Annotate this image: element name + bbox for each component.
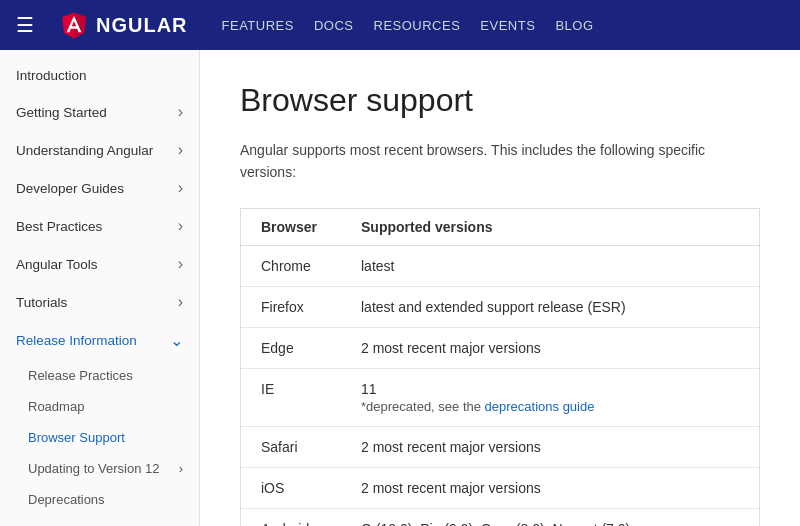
browser-name: iOS — [241, 467, 341, 508]
sidebar-item-best-practices[interactable]: Best Practices › — [0, 207, 199, 245]
table-header-browser: Browser — [241, 209, 341, 246]
sidebar-subitem-release-practices[interactable]: Release Practices — [0, 360, 199, 391]
table-row: Chrome latest — [241, 245, 759, 286]
nav-resources[interactable]: RESOURCES — [374, 18, 461, 33]
browser-name: Safari — [241, 426, 341, 467]
sidebar-item-understanding-angular[interactable]: Understanding Angular › — [0, 131, 199, 169]
table-header-versions: Supported versions — [341, 209, 759, 246]
sidebar-item-developer-guides[interactable]: Developer Guides › — [0, 169, 199, 207]
angular-logo-icon — [58, 9, 90, 41]
chevron-right-icon: › — [178, 217, 183, 235]
sidebar-label-tutorials: Tutorials — [16, 295, 67, 310]
sidebar-label-best-practices: Best Practices — [16, 219, 102, 234]
chevron-right-icon: › — [178, 293, 183, 311]
sidebar-item-angular-tools[interactable]: Angular Tools › — [0, 245, 199, 283]
sidebar-subitem-deprecations[interactable]: Deprecations — [0, 484, 199, 515]
table-row: iOS 2 most recent major versions — [241, 467, 759, 508]
hamburger-icon[interactable]: ☰ — [16, 13, 34, 37]
table-row: Android Q (10.0), Pie (9.0), Oreo (8.0),… — [241, 508, 759, 526]
browser-name: Edge — [241, 327, 341, 368]
chevron-down-icon: ⌄ — [170, 331, 183, 350]
nav-features[interactable]: FEATURES — [222, 18, 294, 33]
sidebar-subitem-roadmap[interactable]: Roadmap — [0, 391, 199, 422]
browser-versions: Q (10.0), Pie (9.0), Oreo (8.0), Nougat … — [341, 508, 759, 526]
deprecated-note: *deprecated, see the deprecations guide — [361, 399, 739, 414]
browser-versions: 2 most recent major versions — [341, 426, 759, 467]
chevron-right-icon: › — [178, 141, 183, 159]
page-layout: Introduction Getting Started › Understan… — [0, 50, 800, 526]
browser-name: IE — [241, 368, 341, 426]
table-row-ie: IE 11 *deprecated, see the deprecations … — [241, 368, 759, 426]
main-content: Browser support Angular supports most re… — [200, 50, 800, 526]
browser-versions: latest — [341, 245, 759, 286]
sidebar-label-introduction: Introduction — [16, 68, 87, 83]
nav-docs[interactable]: DOCS — [314, 18, 354, 33]
chevron-right-icon: › — [178, 255, 183, 273]
logo-text: NGULAR — [96, 14, 188, 37]
top-navigation: ☰ NGULAR FEATURES DOCS RESOURCES EVENTS … — [0, 0, 800, 50]
sidebar-item-tutorials[interactable]: Tutorials › — [0, 283, 199, 321]
browser-name: Android — [241, 508, 341, 526]
browser-versions: 2 most recent major versions — [341, 327, 759, 368]
table-row: Firefox latest and extended support rele… — [241, 286, 759, 327]
sidebar-item-getting-started[interactable]: Getting Started › — [0, 93, 199, 131]
nav-blog[interactable]: BLOG — [555, 18, 593, 33]
chevron-right-icon: › — [178, 179, 183, 197]
browser-name: Chrome — [241, 245, 341, 286]
sidebar-label-release-information: Release Information — [16, 333, 137, 348]
sidebar-label-understanding-angular: Understanding Angular — [16, 143, 153, 158]
nav-links: FEATURES DOCS RESOURCES EVENTS BLOG — [222, 18, 594, 33]
sidebar-label-angular-tools: Angular Tools — [16, 257, 98, 272]
page-description: Angular supports most recent browsers. T… — [240, 139, 760, 184]
browser-versions-ie: 11 *deprecated, see the deprecations gui… — [341, 368, 759, 426]
sidebar-item-release-information[interactable]: Release Information ⌄ — [0, 321, 199, 360]
browser-support-table: Browser Supported versions Chrome latest… — [241, 209, 759, 526]
sidebar-subitem-updating-to-v12[interactable]: Updating to Version 12 › — [0, 453, 199, 484]
table-row: Edge 2 most recent major versions — [241, 327, 759, 368]
browser-versions: latest and extended support release (ESR… — [341, 286, 759, 327]
sidebar-item-introduction[interactable]: Introduction — [0, 58, 199, 93]
table-row: Safari 2 most recent major versions — [241, 426, 759, 467]
sidebar-label-developer-guides: Developer Guides — [16, 181, 124, 196]
browser-support-table-wrapper: Browser Supported versions Chrome latest… — [240, 208, 760, 526]
chevron-right-icon: › — [178, 103, 183, 121]
deprecations-guide-link[interactable]: deprecations guide — [485, 399, 595, 414]
browser-versions: 2 most recent major versions — [341, 467, 759, 508]
svg-marker-1 — [74, 13, 86, 39]
page-title: Browser support — [240, 82, 760, 119]
sidebar: Introduction Getting Started › Understan… — [0, 50, 200, 526]
browser-name: Firefox — [241, 286, 341, 327]
logo[interactable]: NGULAR — [58, 9, 188, 41]
nav-events[interactable]: EVENTS — [480, 18, 535, 33]
chevron-right-icon: › — [179, 461, 183, 476]
sidebar-subitem-angular-ivy[interactable]: Angular Ivy — [0, 515, 199, 526]
sidebar-label-getting-started: Getting Started — [16, 105, 107, 120]
sidebar-subitem-browser-support[interactable]: Browser Support — [0, 422, 199, 453]
